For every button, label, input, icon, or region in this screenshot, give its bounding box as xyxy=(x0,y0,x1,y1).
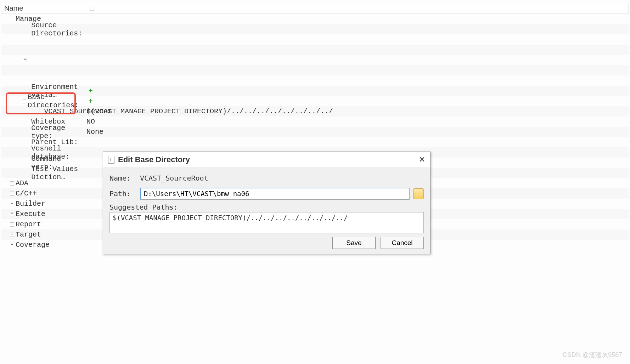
row-value-cell[interactable]: + xyxy=(85,87,629,95)
table-row[interactable]: Coverage type:None xyxy=(1,127,629,137)
row-name-cell[interactable]: +Report xyxy=(1,220,85,229)
document-icon xyxy=(108,156,114,164)
column-header-value[interactable] xyxy=(85,3,629,13)
row-value-cell[interactable]: NO xyxy=(85,118,629,126)
table-header: Name xyxy=(1,3,629,14)
table-row[interactable] xyxy=(1,75,629,86)
row-name-cell[interactable]: +Coverage xyxy=(1,241,85,249)
table-row[interactable]: Parent Lib: xyxy=(1,137,629,147)
row-value: None xyxy=(86,128,103,136)
row-label: Coverage xyxy=(16,241,50,249)
row-label: Report xyxy=(16,220,41,228)
table-row[interactable] xyxy=(1,34,629,45)
row-name-cell[interactable]: +Target xyxy=(1,231,85,239)
row-name-cell[interactable] xyxy=(1,35,85,44)
path-label: Path: xyxy=(109,189,140,198)
row-value: NO xyxy=(86,118,95,126)
row-value-cell[interactable]: $(VCAST_MANAGE_PROJECT_DIRECTORY)/../../… xyxy=(85,107,629,115)
row-value: $(VCAST_MANAGE_PROJECT_DIRECTORY)/../../… xyxy=(86,107,333,115)
gear-icon[interactable] xyxy=(90,6,95,11)
collapse-icon[interactable]: - xyxy=(23,99,26,103)
expand-icon[interactable]: + xyxy=(10,212,14,216)
row-label: Target xyxy=(16,231,41,239)
expand-icon[interactable]: + xyxy=(10,243,14,247)
row-name-cell[interactable] xyxy=(1,46,85,54)
row-name-cell[interactable]: +C/C++ xyxy=(1,189,85,198)
row-name-cell[interactable]: VCAST_SourceRoot xyxy=(1,107,85,116)
table-row[interactable] xyxy=(1,45,629,55)
table-row[interactable]: + xyxy=(1,55,629,65)
suggested-path-item[interactable]: $(VCAST_MANAGE_PROJECT_DIRECTORY)/../../… xyxy=(113,214,421,222)
collapse-icon[interactable]: - xyxy=(10,17,14,21)
row-value-cell[interactable]: + xyxy=(85,97,629,105)
row-name-cell[interactable] xyxy=(1,66,85,75)
dialog-title-text: Edit Base Directory xyxy=(118,155,190,164)
row-label: Builder xyxy=(16,200,45,208)
suggested-paths-list[interactable]: $(VCAST_MANAGE_PROJECT_DIRECTORY)/../../… xyxy=(109,212,424,233)
name-value: VCAST_SourceRoot xyxy=(140,174,208,182)
browse-folder-icon[interactable] xyxy=(413,188,424,199)
row-name-cell[interactable]: + xyxy=(1,56,85,64)
add-icon[interactable]: + xyxy=(89,97,93,105)
edit-base-directory-dialog: Edit Base Directory ✕ Name: VCAST_Source… xyxy=(103,152,431,254)
table-row[interactable]: -Manage xyxy=(1,14,629,24)
row-value-cell[interactable]: None xyxy=(85,128,629,136)
close-icon[interactable]: ✕ xyxy=(419,155,425,164)
save-button[interactable]: Save xyxy=(332,237,376,249)
row-name-cell[interactable]: +Execute xyxy=(1,210,85,218)
cancel-button[interactable]: Cancel xyxy=(381,237,424,249)
table-row[interactable]: Source Directories: xyxy=(1,24,629,34)
row-label: Execute xyxy=(16,210,45,218)
row-name-cell[interactable]: +ADA xyxy=(1,179,85,188)
expand-icon[interactable]: + xyxy=(10,233,14,237)
expand-icon[interactable]: + xyxy=(10,192,14,196)
expand-icon[interactable]: + xyxy=(23,58,27,62)
suggested-paths-label: Suggested Paths: xyxy=(109,203,424,211)
path-input[interactable] xyxy=(140,188,410,200)
watermark: CSDN @渣渣灰9587 xyxy=(563,351,622,359)
row-label: ADA xyxy=(16,179,28,187)
table-row[interactable]: Environment Varia…+ xyxy=(1,86,629,96)
add-icon[interactable]: + xyxy=(89,87,93,95)
expand-icon[interactable]: + xyxy=(10,202,14,206)
expand-icon[interactable]: + xyxy=(10,222,14,227)
table-row[interactable]: VCAST_SourceRoot$(VCAST_MANAGE_PROJECT_D… xyxy=(1,106,629,116)
table-row[interactable] xyxy=(1,65,629,75)
row-name-cell[interactable]: +Builder xyxy=(1,200,85,208)
table-row[interactable]: WhiteboxNO xyxy=(1,116,629,127)
expand-icon[interactable]: + xyxy=(10,181,14,186)
row-label: C/C++ xyxy=(16,189,37,198)
table-row[interactable]: -Base Directories:+ xyxy=(1,96,629,106)
column-header-name[interactable]: Name xyxy=(1,3,85,13)
name-label: Name: xyxy=(109,174,140,182)
dialog-titlebar: Edit Base Directory ✕ xyxy=(103,152,430,167)
